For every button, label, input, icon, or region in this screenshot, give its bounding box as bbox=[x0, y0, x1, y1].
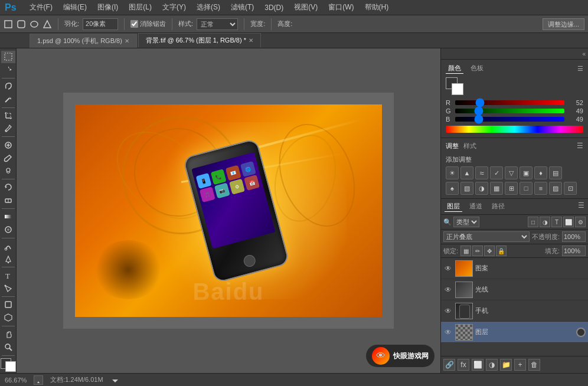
adj-color-lookup[interactable]: ◑ bbox=[475, 182, 488, 195]
fill-input[interactable] bbox=[562, 246, 586, 256]
canvas-image[interactable]: 📱 📞 📧 🌐 🎵 📷 ⚙ 📅 bbox=[75, 104, 382, 317]
tool-zoom[interactable] bbox=[1, 341, 15, 354]
lock-paint[interactable]: ✏ bbox=[472, 246, 483, 256]
adj-bw[interactable]: ▤ bbox=[549, 166, 562, 179]
tool-brush[interactable] bbox=[1, 152, 15, 164]
layer-row-pattern[interactable]: 👁 图案 bbox=[441, 258, 588, 279]
filter-adjust-icon[interactable]: ◑ bbox=[540, 217, 550, 227]
tab-swatches[interactable]: 色板 bbox=[468, 63, 486, 74]
adj-extra[interactable]: ⊡ bbox=[564, 182, 577, 195]
tool-magic-wand[interactable] bbox=[1, 93, 15, 106]
tab-tif[interactable]: 背景.tif @ 66.7% (图层 1, RGB/8) * ✕ bbox=[138, 33, 261, 48]
filter-smart-icon[interactable]: ⚙ bbox=[575, 217, 586, 227]
layer-delete-button[interactable]: 🗑 bbox=[528, 359, 540, 371]
tool-shape[interactable] bbox=[1, 299, 15, 311]
tool-hand[interactable] bbox=[1, 328, 15, 341]
background-color-swatch[interactable] bbox=[452, 83, 463, 95]
menu-view[interactable]: 视图(V) bbox=[289, 1, 322, 14]
tool-path-select[interactable] bbox=[1, 282, 15, 295]
color-spectrum-bar[interactable] bbox=[446, 126, 583, 133]
layer-link-button[interactable]: 🔗 bbox=[443, 359, 455, 371]
filter-text-icon[interactable]: T bbox=[551, 217, 562, 227]
layer-row-base[interactable]: 👁 图层 bbox=[441, 322, 588, 343]
adj-hsl[interactable]: ▣ bbox=[520, 166, 533, 179]
tool-shape-ellipse[interactable] bbox=[30, 19, 39, 29]
adj-threshold[interactable]: □ bbox=[520, 182, 533, 195]
menu-select[interactable]: 选择(S) bbox=[192, 1, 225, 14]
layer-row-light[interactable]: 👁 光线 bbox=[441, 279, 588, 300]
layer-new-button[interactable]: + bbox=[514, 359, 526, 371]
r-slider[interactable] bbox=[455, 100, 564, 105]
layer-visibility-base[interactable]: 👁 bbox=[443, 328, 453, 337]
b-slider[interactable] bbox=[455, 117, 564, 122]
filter-shape-icon[interactable]: ⬜ bbox=[563, 217, 574, 227]
menu-image[interactable]: 图像(I) bbox=[93, 1, 123, 14]
antialias-checkbox[interactable] bbox=[130, 20, 138, 28]
tab-styles[interactable]: 样式 bbox=[463, 142, 476, 151]
adj-colorbalance[interactable]: ♦ bbox=[534, 166, 547, 179]
tool-move[interactable] bbox=[1, 64, 15, 76]
tool-lasso[interactable] bbox=[1, 80, 15, 93]
tool-history-brush[interactable] bbox=[1, 181, 15, 194]
lock-transparency[interactable]: ▦ bbox=[460, 246, 471, 256]
tab-paths[interactable]: 路径 bbox=[489, 201, 507, 212]
tool-eraser[interactable] bbox=[1, 194, 15, 207]
adj-invert[interactable]: ▦ bbox=[490, 182, 503, 195]
tool-text[interactable]: T bbox=[1, 269, 15, 282]
refine-edge-button[interactable]: 调整边缘... bbox=[543, 18, 584, 30]
layers-panel-menu[interactable]: ☰ bbox=[578, 201, 584, 212]
adj-selective-color[interactable]: ▨ bbox=[549, 182, 562, 195]
layer-adjustment-button[interactable]: ◑ bbox=[486, 359, 498, 371]
tab-close-tif[interactable]: ✕ bbox=[249, 37, 253, 44]
panel-collapse-arrow[interactable]: « bbox=[582, 51, 586, 57]
feather-input[interactable] bbox=[83, 18, 118, 30]
menu-text[interactable]: 文字(Y) bbox=[158, 1, 191, 14]
tool-blur[interactable] bbox=[1, 224, 15, 236]
tab-color[interactable]: 颜色 bbox=[446, 63, 463, 74]
adj-gradient-map[interactable]: ≡ bbox=[534, 182, 547, 195]
layer-fx-button[interactable]: fx bbox=[458, 359, 469, 371]
color-panel-menu[interactable]: ☰ bbox=[577, 65, 583, 73]
tab-channels[interactable]: 通道 bbox=[467, 201, 485, 212]
style-select[interactable]: 正常 固定比例 固定大小 bbox=[197, 18, 238, 30]
antialias-checkbox-label[interactable]: 消除锯齿 bbox=[130, 19, 166, 28]
adj-channel-mixer[interactable]: ▧ bbox=[460, 182, 473, 195]
adj-brightness[interactable]: ☀ bbox=[446, 166, 459, 179]
tool-shape-rect[interactable] bbox=[4, 19, 13, 29]
menu-layer[interactable]: 图层(L) bbox=[124, 1, 156, 14]
doc-info-arrow[interactable] bbox=[110, 375, 120, 385]
g-slider[interactable] bbox=[455, 109, 564, 113]
tool-healing[interactable] bbox=[1, 139, 15, 151]
menu-help[interactable]: 帮助(H) bbox=[360, 1, 394, 14]
tab-psd[interactable]: 1.psd @ 100% (手机, RGB/8) ✕ bbox=[30, 34, 137, 48]
tool-gradient[interactable] bbox=[1, 211, 15, 223]
tab-adjustments[interactable]: 调整 bbox=[446, 142, 459, 151]
menu-file[interactable]: 文件(F) bbox=[25, 1, 57, 14]
tool-shape-polygon[interactable] bbox=[43, 19, 52, 29]
tool-eyedropper[interactable] bbox=[1, 122, 15, 135]
layer-mask-button[interactable]: ⬜ bbox=[472, 359, 484, 371]
adj-photo-filter[interactable]: ♠ bbox=[446, 182, 459, 195]
tab-close-psd[interactable]: ✕ bbox=[125, 38, 129, 44]
adj-vibrance[interactable]: ▽ bbox=[505, 166, 518, 179]
layers-type-select[interactable]: 类型 bbox=[453, 217, 479, 227]
adj-exposure[interactable]: ✓ bbox=[490, 166, 503, 179]
layer-visibility-phone[interactable]: 👁 bbox=[443, 306, 453, 316]
adj-curves[interactable]: ≈ bbox=[475, 166, 488, 179]
tool-shape-rounded[interactable] bbox=[17, 19, 26, 29]
layer-visibility-pattern[interactable]: 👁 bbox=[443, 264, 453, 273]
menu-filter[interactable]: 滤镜(T) bbox=[226, 1, 259, 14]
tool-pen[interactable] bbox=[1, 253, 15, 265]
adj-levels[interactable]: ▲ bbox=[460, 166, 473, 179]
menu-3d[interactable]: 3D(D) bbox=[260, 2, 288, 13]
layer-row-phone[interactable]: 👁 手机 bbox=[441, 300, 588, 322]
adjustments-panel-menu[interactable]: ☰ bbox=[577, 142, 583, 151]
adj-posterize[interactable]: ⊞ bbox=[505, 182, 518, 195]
lock-all[interactable]: 🔒 bbox=[496, 246, 507, 256]
tool-dodge[interactable] bbox=[1, 240, 15, 252]
layer-folder-button[interactable]: 📁 bbox=[500, 359, 512, 371]
zoom-icon[interactable] bbox=[34, 375, 43, 385]
background-color[interactable] bbox=[5, 361, 16, 372]
blend-mode-select[interactable]: 正片叠底 正常 溶解 bbox=[443, 231, 530, 242]
tool-3d[interactable] bbox=[1, 312, 15, 324]
